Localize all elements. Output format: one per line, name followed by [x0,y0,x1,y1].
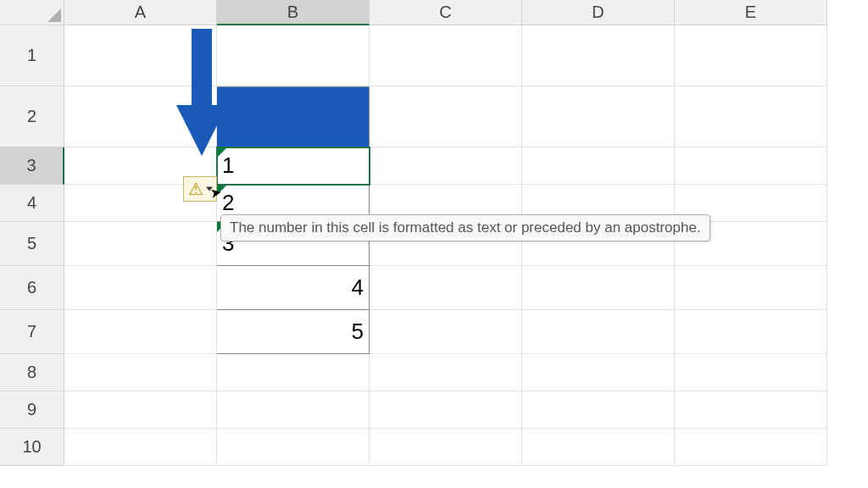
col-header-A[interactable]: A [64,0,217,25]
cell-D10[interactable] [522,429,675,466]
col-header-D[interactable]: D [522,0,675,25]
row-header-1[interactable]: 1 [0,25,64,86]
row-header-8[interactable]: 8 [0,354,64,391]
warning-icon: ⚠ [188,180,203,197]
cell-B10[interactable] [217,429,370,466]
cell-C10[interactable] [370,429,522,466]
cell-A8[interactable] [64,354,217,391]
error-check-button[interactable]: ⚠ [183,176,217,202]
cell-B7[interactable]: 5 [217,310,370,354]
cell-A9[interactable] [64,391,217,429]
row-header-5[interactable]: 5 [0,222,64,266]
col-header-E[interactable]: E [675,0,827,25]
cell-E7[interactable] [675,310,827,354]
cell-E6[interactable] [675,266,827,310]
cell-B6[interactable]: 4 [217,266,370,310]
cell-E9[interactable] [675,391,827,429]
row-header-7[interactable]: 7 [0,310,64,354]
table-row [64,354,827,391]
cell-C1[interactable] [370,25,522,86]
error-triangle-icon [217,185,227,195]
cell-B9[interactable] [217,391,370,429]
row-header-10[interactable]: 10 [0,429,64,466]
spreadsheet-grid: A B C D E 1 2 3 4 5 6 7 8 9 10 [0,0,868,488]
cell-D8[interactable] [522,354,675,391]
row-header-4[interactable]: 4 [0,185,64,222]
column-headers: A B C D E [64,0,827,25]
cell-B2[interactable] [217,86,370,147]
row-headers: 1 2 3 4 5 6 7 8 9 10 [0,25,64,466]
cell-D2[interactable] [522,86,675,147]
table-row: 4 [64,266,827,310]
cell-C6[interactable] [370,266,522,310]
row-header-9[interactable]: 9 [0,391,64,429]
cell-B3[interactable]: 1 [217,147,370,185]
cell-C3[interactable] [370,147,522,185]
row-header-2[interactable]: 2 [0,86,64,147]
annotation-arrow-icon [176,29,227,156]
table-row: 5 [64,310,827,354]
row-header-3[interactable]: 3 [0,147,64,185]
cell-B8[interactable] [217,354,370,391]
cell-A6[interactable] [64,266,217,310]
cell-D7[interactable] [522,310,675,354]
cell-E3[interactable] [675,147,827,185]
col-header-B[interactable]: B [217,0,370,25]
table-row [64,391,827,429]
cell-C7[interactable] [370,310,522,354]
cell-D1[interactable] [522,25,675,86]
row-header-6[interactable]: 6 [0,266,64,310]
cell-E10[interactable] [675,429,827,466]
cell-D9[interactable] [522,391,675,429]
cell-value: 5 [352,319,364,345]
cell-value: 4 [352,274,364,301]
cell-E8[interactable] [675,354,827,391]
cell-D6[interactable] [522,266,675,310]
cell-E2[interactable] [675,86,827,147]
cell-B1[interactable] [217,25,370,86]
cell-E1[interactable] [675,25,827,86]
cell-A5[interactable] [64,222,217,266]
col-header-C[interactable]: C [370,0,522,25]
cell-A10[interactable] [64,429,217,466]
cell-C9[interactable] [370,391,522,429]
table-row [64,429,827,466]
cell-C8[interactable] [370,354,522,391]
cell-A7[interactable] [64,310,217,354]
chevron-down-icon [206,187,213,191]
select-all-corner[interactable] [0,0,64,25]
cell-C2[interactable] [370,86,522,147]
cell-D3[interactable] [522,147,675,185]
error-tooltip: The number in this cell is formatted as … [220,214,710,241]
